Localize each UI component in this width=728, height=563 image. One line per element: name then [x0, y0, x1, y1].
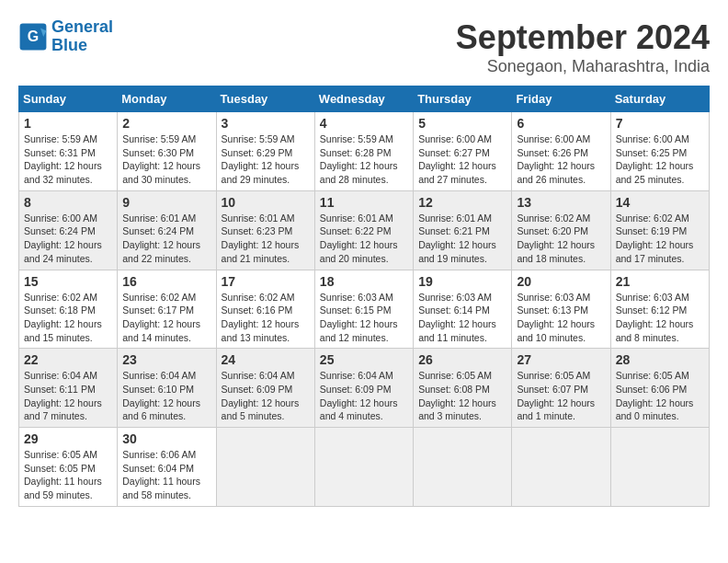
day-number: 4 [320, 116, 408, 131]
table-cell: 22Sunrise: 6:04 AMSunset: 6:11 PMDayligh… [19, 349, 118, 428]
logo-line1: General [51, 17, 113, 36]
table-cell: 23Sunrise: 6:04 AMSunset: 6:10 PMDayligh… [118, 349, 216, 428]
table-cell: 28Sunrise: 6:05 AMSunset: 6:06 PMDayligh… [610, 349, 709, 428]
day-info: Sunrise: 6:02 AMSunset: 6:20 PMDaylight:… [517, 212, 605, 266]
col-friday: Friday [512, 86, 610, 112]
day-number: 2 [122, 116, 210, 131]
day-number: 17 [222, 274, 310, 289]
day-number: 3 [222, 116, 310, 131]
table-cell [314, 428, 413, 507]
day-info: Sunrise: 6:01 AMSunset: 6:22 PMDaylight:… [320, 212, 408, 266]
day-number: 14 [616, 195, 704, 210]
day-info: Sunrise: 6:04 AMSunset: 6:09 PMDaylight:… [320, 369, 408, 423]
table-cell: 29Sunrise: 6:05 AMSunset: 6:05 PMDayligh… [19, 428, 118, 507]
col-wednesday: Wednesday [314, 86, 413, 112]
table-cell: 13Sunrise: 6:02 AMSunset: 6:20 PMDayligh… [512, 190, 610, 270]
day-info: Sunrise: 6:04 AMSunset: 6:09 PMDaylight:… [222, 369, 310, 423]
day-info: Sunrise: 6:04 AMSunset: 6:11 PMDaylight:… [24, 369, 112, 423]
col-thursday: Thursday [414, 86, 512, 112]
header-row: Sunday Monday Tuesday Wednesday Thursday… [19, 86, 710, 112]
calendar-row: 15Sunrise: 6:02 AMSunset: 6:18 PMDayligh… [19, 270, 710, 349]
day-info: Sunrise: 6:02 AMSunset: 6:19 PMDaylight:… [616, 212, 704, 266]
day-info: Sunrise: 6:05 AMSunset: 6:06 PMDaylight:… [616, 369, 704, 423]
col-sunday: Sunday [19, 86, 118, 112]
table-cell: 26Sunrise: 6:05 AMSunset: 6:08 PMDayligh… [414, 349, 512, 428]
table-cell: 19Sunrise: 6:03 AMSunset: 6:14 PMDayligh… [414, 270, 512, 349]
day-info: Sunrise: 6:04 AMSunset: 6:10 PMDaylight:… [122, 369, 210, 423]
day-info: Sunrise: 6:00 AMSunset: 6:27 PMDaylight:… [418, 132, 506, 187]
table-cell: 4Sunrise: 5:59 AMSunset: 6:28 PMDaylight… [314, 112, 413, 191]
logo-icon: G [18, 22, 48, 52]
table-cell: 20Sunrise: 6:03 AMSunset: 6:13 PMDayligh… [512, 270, 610, 349]
table-cell: 2Sunrise: 5:59 AMSunset: 6:30 PMDaylight… [118, 112, 216, 191]
day-info: Sunrise: 6:02 AMSunset: 6:18 PMDaylight:… [24, 291, 112, 345]
day-number: 20 [517, 274, 605, 289]
day-number: 27 [517, 352, 605, 367]
day-number: 8 [24, 195, 112, 210]
col-saturday: Saturday [610, 86, 709, 112]
table-cell: 12Sunrise: 6:01 AMSunset: 6:21 PMDayligh… [414, 190, 512, 270]
calendar-row: 1Sunrise: 5:59 AMSunset: 6:31 PMDaylight… [19, 112, 710, 191]
day-number: 19 [418, 274, 506, 289]
day-number: 29 [24, 431, 112, 446]
day-info: Sunrise: 6:02 AMSunset: 6:17 PMDaylight:… [122, 291, 210, 345]
page-header: G General Blue September 2024 Sonegaon, … [18, 18, 710, 76]
day-number: 11 [320, 195, 408, 210]
day-info: Sunrise: 6:05 AMSunset: 6:08 PMDaylight:… [418, 369, 506, 423]
day-number: 24 [222, 352, 310, 367]
day-number: 23 [122, 352, 210, 367]
day-number: 7 [616, 116, 704, 131]
subtitle: Sonegaon, Maharashtra, India [456, 57, 710, 76]
table-cell: 16Sunrise: 6:02 AMSunset: 6:17 PMDayligh… [118, 270, 216, 349]
day-number: 16 [122, 274, 210, 289]
day-number: 15 [24, 274, 112, 289]
table-cell: 6Sunrise: 6:00 AMSunset: 6:26 PMDaylight… [512, 112, 610, 191]
day-info: Sunrise: 6:00 AMSunset: 6:24 PMDaylight:… [24, 212, 112, 266]
day-info: Sunrise: 6:06 AMSunset: 6:04 PMDaylight:… [122, 448, 210, 502]
day-info: Sunrise: 6:05 AMSunset: 6:07 PMDaylight:… [517, 369, 605, 423]
day-info: Sunrise: 6:01 AMSunset: 6:24 PMDaylight:… [122, 212, 210, 266]
day-number: 1 [24, 116, 112, 131]
calendar-row: 29Sunrise: 6:05 AMSunset: 6:05 PMDayligh… [19, 428, 710, 507]
logo-line2: Blue [51, 36, 87, 54]
day-number: 18 [320, 274, 408, 289]
day-number: 6 [517, 116, 605, 131]
day-number: 25 [320, 352, 408, 367]
table-cell [512, 428, 610, 507]
day-info: Sunrise: 6:02 AMSunset: 6:16 PMDaylight:… [222, 291, 310, 345]
table-cell [414, 428, 512, 507]
table-cell: 25Sunrise: 6:04 AMSunset: 6:09 PMDayligh… [314, 349, 413, 428]
table-cell: 15Sunrise: 6:02 AMSunset: 6:18 PMDayligh… [19, 270, 118, 349]
title-area: September 2024 Sonegaon, Maharashtra, In… [456, 18, 710, 76]
day-info: Sunrise: 5:59 AMSunset: 6:29 PMDaylight:… [222, 132, 310, 187]
col-monday: Monday [118, 86, 216, 112]
main-title: September 2024 [456, 18, 710, 57]
table-cell [216, 428, 314, 507]
day-number: 26 [418, 352, 506, 367]
day-info: Sunrise: 6:01 AMSunset: 6:23 PMDaylight:… [222, 212, 310, 266]
table-cell: 11Sunrise: 6:01 AMSunset: 6:22 PMDayligh… [314, 190, 413, 270]
day-info: Sunrise: 6:03 AMSunset: 6:12 PMDaylight:… [616, 291, 704, 345]
table-cell: 7Sunrise: 6:00 AMSunset: 6:25 PMDaylight… [610, 112, 709, 191]
table-cell: 9Sunrise: 6:01 AMSunset: 6:24 PMDaylight… [118, 190, 216, 270]
calendar-row: 22Sunrise: 6:04 AMSunset: 6:11 PMDayligh… [19, 349, 710, 428]
table-cell [610, 428, 709, 507]
table-cell: 24Sunrise: 6:04 AMSunset: 6:09 PMDayligh… [216, 349, 314, 428]
table-cell: 17Sunrise: 6:02 AMSunset: 6:16 PMDayligh… [216, 270, 314, 349]
day-number: 28 [616, 352, 704, 367]
day-number: 30 [122, 431, 210, 446]
calendar-table: Sunday Monday Tuesday Wednesday Thursday… [18, 86, 710, 507]
day-info: Sunrise: 5:59 AMSunset: 6:31 PMDaylight:… [24, 132, 112, 187]
logo-text: General Blue [51, 18, 113, 55]
day-number: 12 [418, 195, 506, 210]
logo: G General Blue [18, 18, 113, 55]
table-cell: 3Sunrise: 5:59 AMSunset: 6:29 PMDaylight… [216, 112, 314, 191]
col-tuesday: Tuesday [216, 86, 314, 112]
calendar-row: 8Sunrise: 6:00 AMSunset: 6:24 PMDaylight… [19, 190, 710, 270]
svg-text:G: G [28, 29, 39, 44]
day-number: 13 [517, 195, 605, 210]
day-info: Sunrise: 6:01 AMSunset: 6:21 PMDaylight:… [418, 212, 506, 266]
table-cell: 1Sunrise: 5:59 AMSunset: 6:31 PMDaylight… [19, 112, 118, 191]
table-cell: 21Sunrise: 6:03 AMSunset: 6:12 PMDayligh… [610, 270, 709, 349]
table-cell: 14Sunrise: 6:02 AMSunset: 6:19 PMDayligh… [610, 190, 709, 270]
